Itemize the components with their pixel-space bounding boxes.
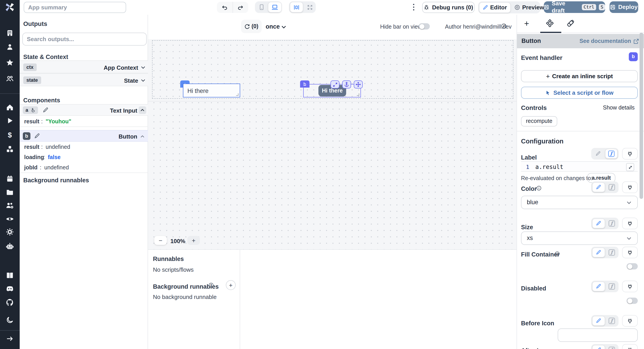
folders-icon[interactable] — [6, 188, 14, 196]
collapse-arrow-icon[interactable] — [6, 335, 14, 343]
workers-users-icon[interactable] — [6, 201, 14, 210]
static-mode-pencil-icon[interactable] — [592, 149, 604, 158]
favorites-star-icon[interactable] — [6, 58, 14, 67]
info-icon[interactable] — [501, 23, 507, 29]
function-mode-icon[interactable]: ƒ — [606, 219, 618, 228]
connect-plug-button[interactable] — [622, 181, 638, 193]
label-code-editor[interactable]: 1 a.result — [521, 161, 638, 172]
move-component-button[interactable] — [354, 80, 363, 88]
anchor-component-button[interactable] — [342, 80, 351, 88]
info-icon[interactable] — [554, 251, 560, 257]
chevron-down-icon[interactable] — [140, 78, 146, 83]
collapse-b-chevron-icon[interactable] — [140, 134, 145, 139]
home-icon[interactable] — [6, 103, 14, 111]
component-a-row[interactable]: a Text Input — [20, 104, 148, 116]
mobile-view-button[interactable] — [256, 2, 268, 12]
pricing-dollar-icon[interactable]: $ — [8, 131, 12, 139]
expand-editor-button[interactable] — [626, 163, 634, 171]
discord-icon[interactable] — [6, 285, 14, 293]
event-badge[interactable]: b — [629, 52, 638, 61]
component-a-textinput[interactable]: Hi there — [183, 83, 240, 97]
show-details-link[interactable]: Show details — [603, 105, 634, 111]
deploy-button[interactable]: Deploy — [610, 1, 638, 13]
refresh-button[interactable]: (0) — [241, 20, 262, 33]
resize-handle[interactable] — [236, 93, 239, 96]
workspace-building-icon[interactable] — [6, 29, 14, 37]
add-background-runnable-button[interactable]: + — [226, 280, 236, 290]
info-icon[interactable] — [208, 282, 214, 288]
connect-plug-button[interactable] — [622, 148, 638, 160]
static-mode-pencil-icon[interactable] — [592, 182, 605, 192]
function-mode-icon[interactable]: ƒ — [605, 149, 618, 159]
zoom-out-button[interactable]: − — [154, 236, 167, 245]
groups-icon[interactable] — [6, 75, 14, 83]
debug-runs-button[interactable]: Debug runs (0) — [422, 2, 474, 13]
settings-tab[interactable] — [546, 19, 554, 28]
resources-cubes-icon[interactable] — [6, 145, 14, 153]
ai-robot-icon[interactable] — [6, 242, 14, 251]
code-content[interactable]: a.result — [535, 164, 563, 170]
fill-container-toggle[interactable] — [626, 263, 638, 270]
app-summary-input[interactable] — [24, 1, 126, 13]
center-layout-button[interactable] — [290, 2, 303, 12]
static-mode-pencil-icon[interactable] — [592, 316, 605, 326]
static-mode-pencil-icon[interactable] — [592, 282, 605, 291]
docs-book-icon[interactable] — [6, 271, 14, 279]
ctx-row[interactable]: ctx App Context — [20, 60, 148, 73]
windmill-logo[interactable] — [4, 2, 15, 12]
settings-gear-icon[interactable] — [6, 228, 14, 236]
color-select[interactable]: blue — [521, 196, 638, 209]
see-documentation-link[interactable]: See documentation — [580, 38, 631, 44]
state-row[interactable]: state State — [20, 73, 148, 86]
connect-plug-button[interactable] — [622, 315, 638, 327]
expand-component-button[interactable] — [330, 80, 340, 88]
create-inline-script-button[interactable]: + Create an inline script — [521, 70, 638, 82]
styling-tab[interactable] — [567, 19, 575, 27]
function-mode-icon[interactable]: ƒ — [606, 183, 618, 192]
github-icon[interactable] — [6, 298, 14, 307]
size-select[interactable]: xs — [521, 232, 638, 245]
static-mode-pencil-icon[interactable] — [592, 345, 605, 349]
edit-id-pencil-icon[interactable] — [34, 133, 40, 139]
runs-play-icon[interactable] — [6, 117, 14, 124]
undo-button[interactable] — [217, 2, 233, 13]
redo-button[interactable] — [233, 2, 248, 13]
more-menu-button[interactable] — [410, 3, 417, 11]
user-icon[interactable] — [6, 43, 14, 51]
panel-scrollbar[interactable] — [640, 33, 643, 199]
collapse-a-button[interactable] — [139, 106, 146, 114]
zoom-in-button[interactable]: + — [188, 236, 200, 245]
desktop-view-button[interactable] — [268, 2, 282, 12]
hide-bar-toggle[interactable] — [418, 23, 430, 29]
schedules-calendar-icon[interactable] — [6, 175, 14, 183]
insert-component-tab[interactable]: + — [524, 19, 529, 29]
preview-tab[interactable]: Preview — [511, 2, 547, 12]
chevron-down-icon[interactable] — [140, 65, 146, 70]
function-mode-icon[interactable]: ƒ — [606, 282, 618, 291]
before-icon-input[interactable] — [558, 329, 638, 342]
edit-id-pencil-icon[interactable] — [42, 107, 48, 113]
chevron-down-icon[interactable] — [281, 24, 287, 30]
component-b-row[interactable]: b Button — [20, 130, 148, 142]
select-script-button[interactable]: Select a script or flow — [521, 87, 638, 99]
disabled-toggle[interactable] — [626, 298, 638, 304]
function-mode-icon[interactable]: ƒ — [606, 346, 618, 349]
editor-tab[interactable]: Editor — [479, 2, 510, 13]
connect-plug-button[interactable] — [622, 281, 638, 292]
textinput-value[interactable]: Hi there — [188, 88, 209, 95]
audit-eye-icon[interactable] — [6, 215, 14, 223]
external-link-icon[interactable] — [633, 38, 639, 44]
resize-handle[interactable] — [356, 93, 360, 96]
refresh-mode-select[interactable]: once — [266, 23, 280, 30]
info-icon[interactable] — [536, 185, 542, 191]
search-outputs-input[interactable] — [22, 33, 147, 45]
app-canvas[interactable]: a Hi there b Hi there — [148, 39, 516, 249]
connect-plug-button[interactable] — [622, 218, 638, 229]
function-mode-icon[interactable]: ƒ — [606, 248, 618, 257]
fullwidth-layout-button[interactable] — [304, 2, 316, 12]
recompute-chip[interactable]: recompute — [521, 116, 557, 126]
connect-plug-button[interactable] — [622, 247, 638, 258]
dark-mode-moon-icon[interactable] — [6, 316, 14, 324]
function-mode-icon[interactable]: ƒ — [606, 316, 618, 325]
connect-plug-button[interactable] — [622, 344, 638, 349]
